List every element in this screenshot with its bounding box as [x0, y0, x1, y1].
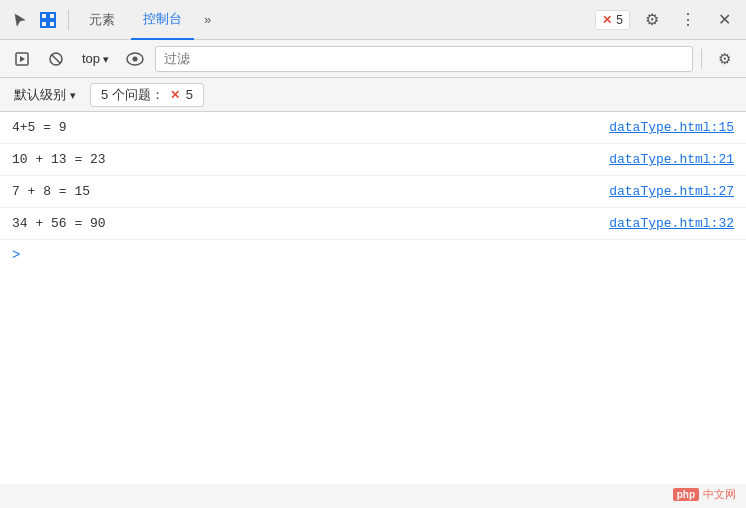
- console-source-link[interactable]: dataType.html:21: [609, 152, 734, 167]
- tab-more[interactable]: »: [198, 8, 217, 31]
- error-count: 5: [616, 13, 623, 27]
- console-source-link[interactable]: dataType.html:27: [609, 184, 734, 199]
- tab-console[interactable]: 控制台: [131, 0, 194, 40]
- svg-rect-0: [41, 13, 47, 19]
- eye-button[interactable]: [121, 45, 149, 73]
- level-dropdown[interactable]: 默认级别: [8, 83, 82, 107]
- console-row: 4+5 = 9dataType.html:15: [0, 112, 746, 144]
- settings-icon[interactable]: ⚙: [638, 6, 666, 34]
- console-message: 34 + 56 = 90: [12, 216, 106, 231]
- context-label: top: [82, 51, 100, 66]
- tab-bar: 元素 控制台 » ✕ 5 ⚙ ⋮ ✕: [0, 0, 746, 40]
- context-dropdown[interactable]: top: [76, 48, 115, 69]
- console-row: 10 + 13 = 23dataType.html:21: [0, 144, 746, 176]
- console-source-link[interactable]: dataType.html:15: [609, 120, 734, 135]
- issues-error-icon: ✕: [170, 88, 180, 102]
- svg-rect-1: [49, 13, 55, 19]
- console-message: 10 + 13 = 23: [12, 152, 106, 167]
- issues-label: 5 个问题：: [101, 86, 164, 104]
- issues-count-badge: 5 个问题： ✕ 5: [90, 83, 204, 107]
- tab-elements[interactable]: 元素: [77, 0, 127, 40]
- console-message: 4+5 = 9: [12, 120, 67, 135]
- console-toolbar: top ⚙: [0, 40, 746, 78]
- svg-rect-3: [49, 21, 55, 27]
- prompt-icon: >: [12, 246, 20, 262]
- console-row: 7 + 8 = 15dataType.html:27: [0, 176, 746, 208]
- inspect-icon[interactable]: [36, 8, 60, 32]
- tab-bar-right: ✕ 5 ⚙ ⋮ ✕: [595, 6, 738, 34]
- console-source-link[interactable]: dataType.html:32: [609, 216, 734, 231]
- error-badge[interactable]: ✕ 5: [595, 10, 630, 30]
- console-message: 7 + 8 = 15: [12, 184, 90, 199]
- console-output: 4+5 = 9dataType.html:1510 + 13 = 23dataT…: [0, 112, 746, 484]
- toolbar-separator: [701, 49, 702, 69]
- level-label: 默认级别: [14, 86, 66, 104]
- svg-rect-2: [41, 21, 47, 27]
- separator: [68, 10, 69, 30]
- watermark-text: 中文网: [703, 487, 736, 502]
- level-chevron-icon: [70, 87, 76, 102]
- svg-marker-5: [20, 56, 25, 62]
- chevron-down-icon: [103, 51, 109, 66]
- error-x-icon: ✕: [602, 13, 612, 27]
- watermark: php 中文网: [673, 487, 736, 502]
- console-prompt[interactable]: >: [0, 240, 746, 268]
- close-icon[interactable]: ✕: [710, 6, 738, 34]
- issues-error-count: 5: [186, 87, 193, 102]
- console-settings-button[interactable]: ⚙: [710, 45, 738, 73]
- watermark-badge: php: [673, 488, 699, 501]
- filter-input[interactable]: [155, 46, 693, 72]
- svg-point-9: [133, 56, 138, 61]
- cursor-icon[interactable]: [8, 8, 32, 32]
- console-row: 34 + 56 = 90dataType.html:32: [0, 208, 746, 240]
- more-options-icon[interactable]: ⋮: [674, 6, 702, 34]
- block-button[interactable]: [42, 45, 70, 73]
- issues-bar: 默认级别 5 个问题： ✕ 5: [0, 78, 746, 112]
- svg-line-7: [52, 54, 61, 63]
- play-button[interactable]: [8, 45, 36, 73]
